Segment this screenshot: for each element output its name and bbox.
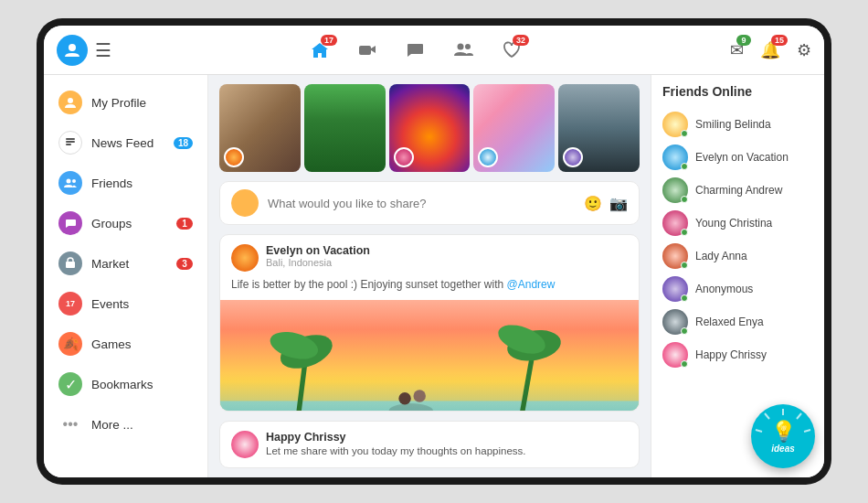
photo-thumb-3[interactable] [389, 84, 471, 172]
nav-heart[interactable]: 32 [502, 40, 522, 60]
post-link-1[interactable]: @Andrew [507, 278, 556, 291]
nav-settings[interactable]: ⚙ [797, 40, 811, 60]
composer-icons: 🙂 📷 [584, 195, 628, 212]
photo-thumb-2[interactable] [304, 84, 386, 172]
photo-strip [219, 84, 640, 172]
tablet-frame: ☰ 17 [37, 18, 831, 485]
nav-chat[interactable] [405, 40, 425, 60]
post-composer: 🙂 📷 [219, 181, 640, 225]
photo-avatar-1 [224, 147, 244, 167]
post-text-1: Life is better by the pool :) Enjoying s… [220, 277, 639, 300]
friends-icon [58, 171, 82, 195]
sidebar-item-my-profile[interactable]: My Profile [44, 82, 207, 123]
online-dot-5 [681, 294, 688, 302]
svg-point-2 [458, 43, 464, 49]
nav-bell[interactable]: 🔔 15 [760, 40, 780, 60]
post-card-1: Evelyn on Vacation Bali, Indonesia Life … [219, 234, 640, 412]
friend-item-0[interactable]: Smiling Belinda [662, 108, 813, 141]
post-location-1: Bali, Indonesia [266, 257, 628, 268]
composer-input[interactable] [268, 197, 575, 210]
news-icon [58, 131, 82, 155]
nav-home[interactable]: 17 [310, 40, 330, 60]
news-badge: 18 [174, 137, 193, 149]
more-icon: ••• [58, 412, 82, 436]
svg-point-4 [68, 98, 73, 103]
header-left: ☰ [57, 35, 111, 66]
groups-badge: 1 [176, 218, 193, 230]
svg-point-9 [72, 179, 76, 183]
friend-name-2: Charming Andrew [695, 184, 782, 197]
sidebar-label-friends: Friends [91, 177, 132, 190]
svg-rect-5 [66, 138, 75, 140]
friend-item-2[interactable]: Charming Andrew [662, 174, 813, 207]
online-dot-7 [681, 360, 688, 368]
post-author-2: Happy Chrissy [266, 431, 525, 444]
post-header-1: Evelyn on Vacation Bali, Indonesia [220, 235, 639, 277]
market-badge: 3 [176, 258, 193, 270]
mail-badge: 9 [736, 35, 751, 46]
friend-name-3: Young Christina [695, 217, 772, 230]
friend-item-6[interactable]: Relaxed Enya [662, 305, 813, 338]
sidebar-item-friends[interactable]: Friends [44, 163, 207, 203]
sidebar-label-groups: Groups [91, 217, 132, 230]
post-image-overlay [220, 373, 639, 412]
svg-point-0 [69, 44, 76, 51]
friend-item-3[interactable]: Young Christina [662, 207, 813, 240]
friends-panel-title: Friends Online [662, 84, 813, 99]
market-icon [58, 252, 82, 275]
sidebar-item-more[interactable]: ••• More ... [44, 404, 207, 444]
bell-badge: 15 [771, 35, 788, 46]
svg-point-8 [67, 179, 71, 184]
sidebar-label-news-feed: News Feed [91, 136, 153, 150]
sidebar: My Profile News Feed 18 [44, 75, 208, 477]
friend-item-4[interactable]: Lady Anna [662, 240, 813, 273]
nav-mail[interactable]: ✉ 9 [730, 40, 744, 60]
sidebar-item-events[interactable]: 17 Events [44, 284, 207, 324]
nav-friends[interactable] [452, 40, 474, 60]
sidebar-item-bookmarks[interactable]: ✓ Bookmarks [44, 364, 207, 404]
sidebar-item-news-feed[interactable]: News Feed 18 [44, 123, 207, 163]
composer-avatar [231, 189, 259, 217]
bookmarks-icon: ✓ [58, 372, 82, 396]
main-content: My Profile News Feed 18 [44, 75, 824, 477]
games-icon: 🍂 [58, 332, 82, 356]
photo-avatar-3 [394, 147, 414, 167]
sidebar-label-games: Games [91, 337, 132, 351]
friend-item-5[interactable]: Anonymous [662, 273, 813, 305]
svg-line-24 [804, 430, 810, 432]
ideas-fab[interactable]: 💡 ideas [751, 404, 815, 468]
online-dot-6 [681, 327, 688, 335]
sidebar-item-market[interactable]: Market 3 [44, 243, 207, 284]
svg-rect-10 [66, 262, 75, 268]
hamburger-menu[interactable]: ☰ [95, 39, 111, 61]
friend-name-0: Smiling Belinda [695, 118, 771, 131]
friend-name-6: Relaxed Enya [695, 316, 764, 328]
svg-rect-7 [66, 144, 71, 145]
sidebar-item-games[interactable]: 🍂 Games [44, 324, 207, 364]
events-icon: 17 [58, 292, 82, 316]
photo-thumb-1[interactable] [219, 84, 301, 172]
sidebar-label-market: Market [91, 257, 129, 271]
sidebar-item-groups[interactable]: Groups 1 [44, 203, 207, 243]
friend-item-1[interactable]: Evelyn on Vacation [662, 141, 813, 174]
post-meta-1: Evelyn on Vacation Bali, Indonesia [266, 244, 628, 268]
friend-avatar-0 [662, 112, 688, 137]
friend-name-1: Evelyn on Vacation [695, 151, 789, 164]
post-meta-2: Happy Chrissy Let me share with you toda… [266, 431, 525, 458]
friend-avatar-1 [662, 144, 688, 170]
post-avatar-1 [231, 244, 259, 272]
sidebar-label-bookmarks: Bookmarks [91, 378, 153, 391]
post-avatar-2 [231, 431, 259, 458]
user-avatar[interactable] [57, 35, 88, 66]
photo-thumb-4[interactable] [473, 84, 555, 172]
online-dot-3 [681, 229, 688, 236]
nav-video[interactable] [357, 40, 377, 60]
svg-line-25 [756, 430, 762, 432]
heart-badge: 32 [513, 35, 529, 46]
friend-item-7[interactable]: Happy Chrissy [662, 338, 813, 371]
photo-thumb-5[interactable] [558, 84, 640, 172]
sidebar-label-events: Events [91, 297, 129, 311]
emoji-icon[interactable]: 🙂 [584, 195, 602, 212]
camera-icon[interactable]: 📷 [609, 195, 628, 212]
profile-icon [58, 91, 82, 114]
